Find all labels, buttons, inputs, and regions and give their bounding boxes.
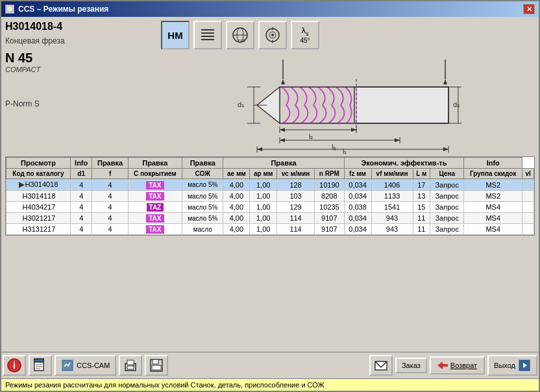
cell-vc: 128	[276, 179, 314, 191]
th-ae: ae мм	[223, 169, 250, 179]
cell-f: 4	[92, 213, 128, 224]
cell-vl	[522, 191, 534, 202]
cell-n: 9107	[315, 213, 344, 224]
cell-group: MS4	[464, 224, 522, 235]
th-L: L м	[413, 169, 430, 179]
drill-button[interactable]: z=4	[226, 21, 254, 49]
svg-rect-60	[127, 360, 134, 365]
cell-fz: 0,034	[344, 191, 371, 202]
cell-vf: 943	[371, 224, 413, 235]
cell-vc: 129	[276, 202, 314, 213]
cell-d1: 4	[70, 191, 92, 202]
document-icon	[32, 358, 48, 373]
save-icon-button[interactable]	[145, 355, 168, 376]
lambda-button[interactable]: λs 45°	[291, 21, 319, 49]
cell-ap: 1,00	[250, 179, 277, 191]
cell-vf: 1541	[371, 202, 413, 213]
cell-f: 4	[92, 202, 128, 213]
cell-vl	[522, 224, 534, 235]
hm-button[interactable]: HM	[161, 21, 190, 49]
hm-label: HM	[167, 30, 182, 41]
svg-marker-46	[395, 138, 400, 142]
main-window: ⚙ CCS – Режимы резания ✕ H3014018-4 Конц…	[0, 0, 540, 392]
cell-coating: TAX	[128, 179, 182, 191]
cell-coolant: масло 5%	[182, 202, 223, 213]
table-column-headers: Код по каталогу d1 f С покрытием СОЖ ae …	[6, 169, 534, 179]
cell-ae: 4,00	[223, 191, 250, 202]
cell-vl	[522, 213, 534, 224]
svg-text:d₁: d₁	[238, 101, 244, 108]
status-text: Режимы резания рассчитаны для нормальных…	[5, 381, 325, 389]
tool-type: Концевая фреза	[5, 36, 135, 45]
svg-text:d₂: d₂	[453, 101, 460, 108]
cam-icon	[61, 359, 74, 372]
svg-rect-16	[280, 87, 356, 123]
cell-coating: TAZ	[128, 202, 182, 213]
toolbar: HM	[161, 21, 535, 49]
print-icon-button[interactable]	[119, 355, 142, 376]
title-bar-left: ⚙ CCS – Режимы резания	[5, 5, 108, 14]
table-row[interactable]: H4034217 4 4 TAZ масло 5% 4,00 1,00 129 …	[6, 202, 534, 213]
cell-coolant: масло 5%	[182, 191, 223, 202]
cell-L: 11	[413, 224, 430, 235]
data-table-container[interactable]: Просмотр Info Правка Правка Правка Правк…	[5, 156, 535, 236]
cell-d1: 4	[70, 224, 92, 235]
cell-price: Запрос	[430, 191, 464, 202]
order-label: Заказ	[402, 361, 421, 369]
cell-code: H3131217	[6, 224, 71, 235]
cam-label: CCS-CAM	[77, 361, 110, 369]
th-price: Цена	[430, 169, 464, 179]
th-правка2: Правка	[128, 158, 182, 169]
table-row[interactable]: H3014118 4 4 TAX масло 5% 4,00 1,00 103 …	[6, 191, 534, 202]
exit-icon	[518, 359, 531, 372]
th-f: f	[92, 169, 128, 179]
lines-button[interactable]	[193, 21, 222, 49]
cell-ae: 4,00	[223, 179, 250, 191]
exit-button[interactable]: Выход	[487, 355, 537, 376]
compact-label: COMPACT	[5, 66, 135, 73]
cell-L: 11	[413, 213, 430, 224]
cell-ae: 4,00	[223, 213, 250, 224]
cell-d1: 4	[70, 213, 92, 224]
ccs-cam-button[interactable]: CCS-CAM	[55, 355, 116, 376]
lambda-symbol: λs	[302, 26, 309, 37]
back-button[interactable]: Возврат	[430, 356, 485, 374]
table-row[interactable]: H3131217 4 4 TAX масло 4,00 1,00 114 910…	[6, 224, 534, 235]
exit-label: Выход	[494, 361, 515, 369]
left-info-panel: H3014018-4 Концевая фреза N 45 COMPACT P…	[5, 21, 135, 108]
cell-n: 10190	[315, 179, 344, 191]
cell-ap: 1,00	[250, 191, 277, 202]
th-vl: vl	[522, 169, 534, 179]
table-row[interactable]: H3021217 4 4 TAX масло 5% 4,00 1,00 114 …	[6, 213, 534, 224]
document-icon-button[interactable]	[29, 355, 52, 376]
cell-code: H4034217	[6, 202, 71, 213]
order-button[interactable]: Заказ	[395, 358, 427, 373]
cell-coolant: масло 5%	[182, 179, 223, 191]
cell-vc: 114	[276, 213, 314, 224]
cell-f: 4	[92, 191, 128, 202]
svg-marker-67	[437, 361, 448, 369]
cell-vf: 1406	[371, 179, 413, 191]
cell-coolant: масло 5%	[182, 213, 223, 224]
drill-icon: z=4	[230, 25, 250, 45]
table-row[interactable]: ▶H3014018 4 4 TAX масло 5% 4,00 1,00 128…	[6, 179, 534, 191]
cell-vc: 114	[276, 224, 314, 235]
th-vc: vc м/мин	[276, 169, 314, 179]
th-ap: ap мм	[250, 169, 277, 179]
th-d1: d1	[70, 169, 92, 179]
target-button[interactable]	[258, 21, 287, 49]
cell-group: MS4	[464, 213, 522, 224]
close-button[interactable]: ✕	[523, 4, 535, 14]
cell-price: Запрос	[430, 202, 464, 213]
svg-rect-3	[201, 39, 214, 40]
cell-n: 8208	[315, 191, 344, 202]
info-icon-button[interactable]: i	[3, 355, 26, 376]
svg-text:l₂: l₂	[309, 132, 313, 140]
th-просмотр: Просмотр	[6, 158, 71, 169]
part-number: H3014018-4	[5, 21, 135, 32]
cell-vc: 103	[276, 191, 314, 202]
svg-rect-1	[201, 32, 214, 34]
email-icon-button[interactable]	[369, 355, 393, 376]
cell-ap: 1,00	[250, 202, 277, 213]
th-econom: Экономич. эффектив-ть	[344, 158, 464, 169]
